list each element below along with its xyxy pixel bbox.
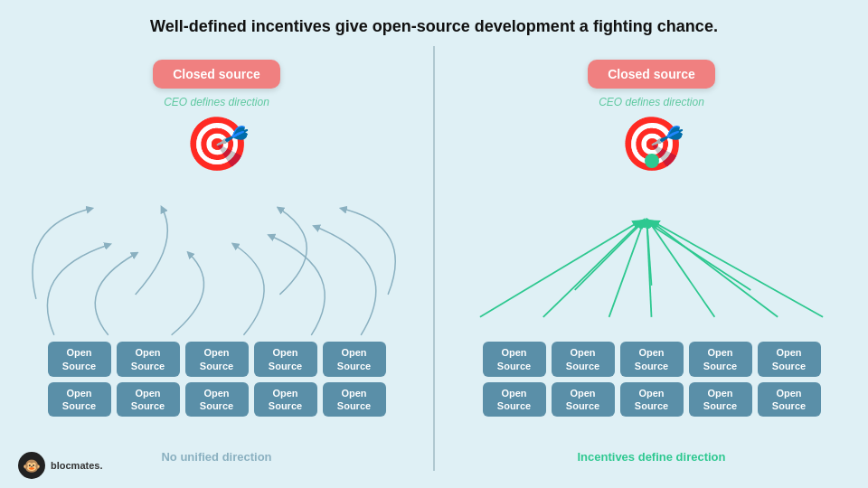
os-box-right-8: Open Source	[689, 382, 752, 418]
right-panel-label: Incentives define direction	[578, 450, 726, 464]
title: Well-defined incentives give open-source…	[0, 0, 868, 46]
os-box-left-1: Open Source	[117, 342, 180, 377]
os-box-left-2: Open Source	[185, 342, 249, 377]
os-box-left-0: Open Source	[48, 342, 111, 377]
right-panel: Closed source CEO defines direction 🎯	[435, 46, 868, 471]
svg-line-4	[650, 222, 715, 317]
os-box-left-3: Open Source	[254, 342, 317, 377]
target-icon-left: 🎯	[184, 117, 250, 170]
os-box-right-5: Open Source	[483, 382, 546, 418]
logo-emoji: 🐵	[23, 457, 41, 474]
svg-line-7	[575, 222, 643, 290]
os-box-left-6: Open Source	[117, 382, 180, 418]
ceo-label-left: CEO defines direction	[164, 96, 269, 108]
os-grid-left: Open Source Open Source Open Source Open…	[48, 342, 386, 417]
os-box-left-9: Open Source	[323, 382, 386, 418]
os-box-left-5: Open Source	[48, 382, 111, 418]
os-box-right-9: Open Source	[758, 382, 821, 418]
os-box-right-7: Open Source	[620, 382, 684, 418]
ceo-label-right: CEO defines direction	[599, 96, 704, 108]
os-grid-right: Open Source Open Source Open Source Open…	[483, 342, 821, 417]
os-box-right-2: Open Source	[620, 342, 684, 377]
svg-line-8	[647, 222, 751, 290]
os-box-right-3: Open Source	[689, 342, 752, 377]
logo: 🐵 blocmates.	[18, 452, 102, 479]
logo-icon: 🐵	[18, 452, 45, 479]
os-box-right-1: Open Source	[552, 342, 615, 377]
os-box-left-8: Open Source	[254, 382, 317, 418]
os-box-right-0: Open Source	[483, 342, 546, 377]
left-panel: Closed source CEO defines direction 🎯	[0, 46, 433, 471]
os-box-right-4: Open Source	[758, 342, 821, 377]
left-panel-label: No unified direction	[161, 450, 271, 464]
svg-line-6	[654, 222, 823, 317]
closed-source-right: Closed source	[588, 60, 714, 89]
closed-source-left: Closed source	[153, 60, 279, 89]
logo-text: blocmates.	[51, 460, 102, 471]
svg-line-5	[652, 222, 778, 317]
green-dot	[645, 154, 659, 168]
os-box-left-7: Open Source	[185, 382, 249, 418]
os-box-right-6: Open Source	[552, 382, 615, 418]
os-box-left-4: Open Source	[323, 342, 386, 377]
